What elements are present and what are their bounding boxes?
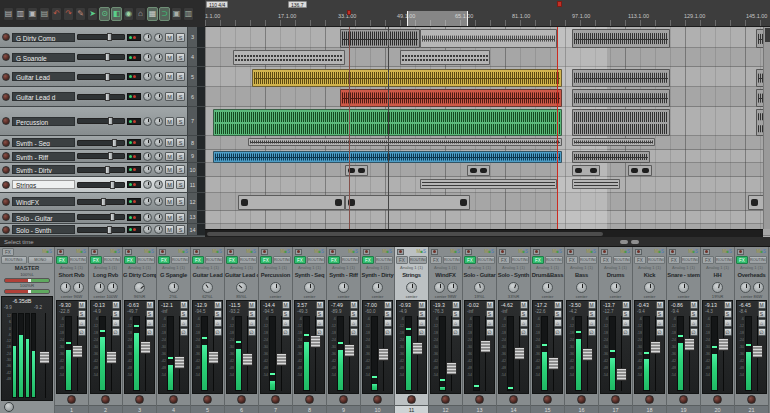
pan-knob[interactable] xyxy=(740,282,751,293)
track-pan-knob[interactable] xyxy=(143,197,152,206)
track-name[interactable]: Strings xyxy=(12,180,75,189)
mixer-channel-strip[interactable]: M■S FX ROUTING Analog 1 (1) Synth - Riff… xyxy=(327,247,361,413)
phase-button[interactable]: ∅ xyxy=(520,328,528,336)
track-width-knob[interactable] xyxy=(154,225,163,234)
record-arm-button[interactable] xyxy=(2,73,10,81)
env-button[interactable]: ⌂ xyxy=(588,319,596,327)
pan-knob[interactable] xyxy=(610,282,621,293)
envelope-icon[interactable]: ◉ xyxy=(123,7,134,21)
track-row[interactable]: Strings M S 11 xyxy=(0,177,205,193)
mixer-channel-strip[interactable]: M■S FX ROUTING Analog 1 (1) Strings cent… xyxy=(395,247,429,413)
timeline-ruler[interactable]: 1.1.0017.1.0033.1.0049.1.0065.1.0081.1.0… xyxy=(205,0,770,27)
pan-knob[interactable] xyxy=(94,282,105,293)
audio-item[interactable] xyxy=(252,69,562,87)
track-mute-button[interactable]: M xyxy=(165,197,174,206)
mixer-channel-strip[interactable]: M■S FX ROUTING Analog 1 (1) Drum&Bass ce… xyxy=(531,247,565,413)
save-project-icon[interactable]: ▣ xyxy=(27,7,38,21)
phase-button[interactable]: ∅ xyxy=(622,328,630,336)
mute-button[interactable]: M xyxy=(146,301,154,309)
mute-button[interactable]: M xyxy=(248,301,256,309)
mute-button[interactable]: M xyxy=(622,301,630,309)
track-solo-button[interactable]: S xyxy=(176,72,185,81)
phase-button[interactable]: ∅ xyxy=(180,328,188,336)
mixer-channel-strip[interactable]: M■S FX ROUTING Analog 1 (1) Bass center xyxy=(565,247,599,413)
input-selector[interactable]: Analog 1 (1) xyxy=(667,264,700,271)
track-width-knob[interactable] xyxy=(154,197,163,206)
input-selector[interactable]: Analog 1 (1) xyxy=(565,264,598,271)
audio-item[interactable] xyxy=(572,109,670,136)
record-input-led[interactable] xyxy=(363,249,370,255)
track-mute-button[interactable]: M xyxy=(165,92,174,101)
record-input-led[interactable] xyxy=(499,249,506,255)
env-button[interactable]: ⌂ xyxy=(520,319,528,327)
track-name[interactable]: Percussion xyxy=(12,117,75,126)
input-selector[interactable]: Analog 1 (1) xyxy=(633,264,666,271)
track-row[interactable]: Guitar Lead d M S 6 xyxy=(0,87,205,107)
edit-cursor-icon[interactable]: ➤ xyxy=(87,7,98,21)
track-mute-button[interactable]: M xyxy=(165,165,174,174)
track-pan-knob[interactable] xyxy=(143,225,152,234)
record-arm-button[interactable] xyxy=(2,198,10,206)
track-pan-knob[interactable] xyxy=(143,152,152,161)
mute-button[interactable]: M xyxy=(520,301,528,309)
routing-button[interactable]: ROUTING xyxy=(681,256,699,264)
fader-handle[interactable] xyxy=(548,357,559,370)
record-arm-button[interactable] xyxy=(203,395,212,404)
env-button[interactable]: ⌂ xyxy=(554,319,562,327)
arrange-view[interactable] xyxy=(205,27,770,237)
scrollbar-thumb[interactable] xyxy=(765,28,770,42)
width-knob[interactable] xyxy=(73,282,84,293)
solo-button[interactable]: S xyxy=(622,310,630,318)
track-solo-button[interactable]: S xyxy=(176,117,185,126)
record-arm-button[interactable] xyxy=(509,395,518,404)
record-arm-button[interactable] xyxy=(2,166,10,174)
fader-handle[interactable] xyxy=(242,353,253,366)
track-width-knob[interactable] xyxy=(154,138,163,147)
fader-handle[interactable] xyxy=(276,353,287,366)
master-mono-button[interactable]: MONO xyxy=(28,256,54,264)
record-input-led[interactable] xyxy=(465,249,472,255)
pan-knob[interactable] xyxy=(508,282,519,293)
routing-button[interactable]: ROUTING xyxy=(171,256,189,264)
phase-button[interactable]: ∅ xyxy=(724,328,732,336)
solo-button[interactable]: S xyxy=(724,310,732,318)
track-name[interactable]: Synth - Dirty xyxy=(12,165,75,174)
mixer-channel-strip[interactable]: M■S FX ROUTING Analog 1 (1) Synth - Dirt… xyxy=(361,247,395,413)
fader-handle[interactable] xyxy=(616,368,627,381)
record-input-led[interactable] xyxy=(329,249,336,255)
track-volume-slider[interactable] xyxy=(77,167,125,173)
env-button[interactable]: ⌂ xyxy=(758,319,766,327)
phase-button[interactable]: ∅ xyxy=(112,328,120,336)
record-arm-button[interactable] xyxy=(169,395,178,404)
mixer-channel-strip[interactable]: M■S FX ROUTING Analog 1 (1) WindFX cente… xyxy=(429,247,463,413)
fx-button[interactable]: FX xyxy=(634,256,646,264)
fader-handle[interactable] xyxy=(208,351,219,364)
env-button[interactable]: ⌂ xyxy=(486,319,494,327)
audio-item[interactable] xyxy=(572,89,670,107)
record-arm-button[interactable] xyxy=(2,53,10,61)
track-width-knob[interactable] xyxy=(154,152,163,161)
input-selector[interactable]: Analog 1 (1) xyxy=(327,264,360,271)
track-solo-button[interactable]: S xyxy=(176,165,185,174)
master-strip[interactable]: FX M■S ROUTING MONO MASTER 100%L 100%R -… xyxy=(0,247,55,413)
track-solo-button[interactable]: S xyxy=(176,53,185,62)
input-selector[interactable]: Analog 1 (1) xyxy=(701,264,734,271)
audio-item[interactable] xyxy=(400,50,490,65)
input-selector[interactable]: Analog 1 (1) xyxy=(395,264,428,271)
track-solo-button[interactable]: S xyxy=(176,213,185,222)
track-solo-button[interactable]: S xyxy=(176,138,185,147)
fader-handle[interactable] xyxy=(412,342,423,355)
pan-knob[interactable] xyxy=(542,282,553,293)
mixer-channel-strip[interactable]: M■S FX ROUTING Analog 1 (1) Solo - Guita… xyxy=(463,247,497,413)
mute-button[interactable]: M xyxy=(690,301,698,309)
audio-item[interactable] xyxy=(213,109,562,136)
master-pan-right-slider[interactable] xyxy=(4,289,50,294)
solo-button[interactable]: S xyxy=(418,310,426,318)
pan-knob[interactable] xyxy=(168,282,179,293)
mute-button[interactable]: M xyxy=(758,301,766,309)
undo-icon[interactable]: ↶ xyxy=(51,7,62,21)
record-arm-button[interactable] xyxy=(2,33,10,41)
fader-handle[interactable] xyxy=(650,341,661,354)
fx-button[interactable]: FX xyxy=(328,256,340,264)
track-name[interactable]: G Spangle xyxy=(12,53,75,62)
